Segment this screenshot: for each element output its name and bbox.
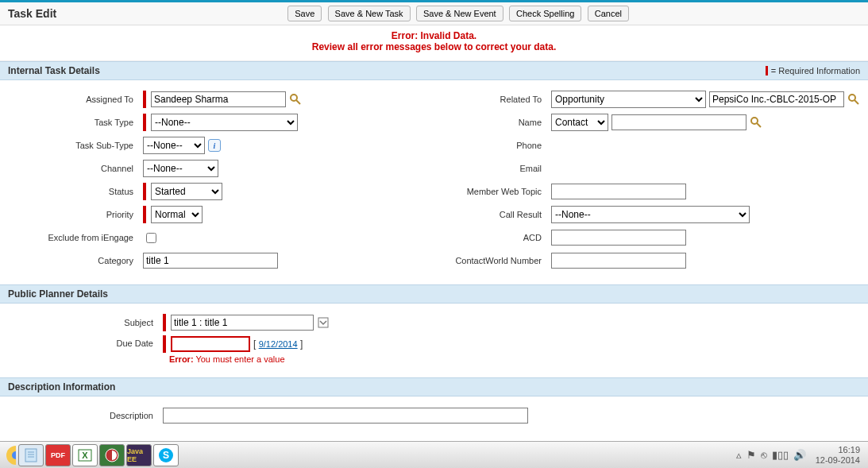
task-sub-type-select[interactable]: --None-- [143,137,205,154]
label-assigned-to: Assigned To [8,95,143,104]
related-to-input[interactable] [709,91,844,107]
tray-flag-icon[interactable]: ⚑ [746,449,756,461]
acd-input[interactable] [551,230,686,246]
description-input[interactable] [163,408,528,424]
tray-expand-icon[interactable]: ▵ [736,449,742,461]
section-title: Description Information [8,381,115,393]
svg-point-4 [751,118,758,124]
action-button-row: Save Save & New Task Save & New Event Ch… [286,6,631,21]
label-related-to: Related To [416,95,551,104]
channel-select[interactable]: --None-- [143,160,218,177]
svg-rect-6 [318,318,328,327]
status-select[interactable]: Started [151,183,222,200]
svg-rect-9 [25,449,37,462]
taskbar-chrome-icon[interactable] [4,444,17,464]
category-input[interactable] [143,253,278,269]
section-internal-task-details: Internal Task Details = Required Informa… [0,61,868,80]
info-icon[interactable]: i [208,139,221,152]
name-lookup-icon[interactable] [750,116,762,129]
save-new-event-button[interactable]: Save & New Event [416,6,503,21]
taskbar-eclipse-icon[interactable]: Java EE [126,444,152,464]
label-call-result: Call Result [416,210,551,219]
related-to-type-select[interactable]: Opportunity [551,91,706,108]
priority-select[interactable]: Normal [151,206,203,223]
label-email: Email [416,164,551,173]
error-banner-line1: Error: Invalid Data. [0,30,868,41]
label-task-sub-type: Task Sub-Type [8,141,143,150]
label-category: Category [8,256,143,265]
label-exclude-iengage: Exclude from iEngage [8,233,143,242]
label-channel: Channel [8,164,143,173]
label-due-date: Due Date [8,335,163,348]
label-phone: Phone [416,141,551,150]
label-name: Name [416,118,551,127]
exclude-iengage-checkbox[interactable] [146,233,156,243]
due-date-quick-link-wrap: [ 9/12/2014 ] [253,338,303,350]
assigned-to-lookup-icon[interactable] [289,93,302,106]
svg-line-5 [757,123,761,127]
label-task-type: Task Type [8,118,143,127]
cancel-button[interactable]: Cancel [588,6,629,21]
taskbar-notepad-icon[interactable] [18,444,44,464]
page-title: Task Edit [8,7,56,20]
tray-power-icon[interactable]: ⎋ [761,449,767,461]
name-input[interactable] [611,114,746,130]
tray-clock[interactable]: 16:19 12-09-2014 [811,445,865,463]
system-tray: ▵ ⚑ ⎋ ▮▯▯ 🔊 16:19 12-09-2014 [736,445,865,463]
taskbar-app-icon[interactable] [99,444,125,464]
taskbar-excel-icon[interactable]: X [72,444,98,464]
save-new-task-button[interactable]: Save & New Task [328,6,411,21]
save-button[interactable]: Save [287,6,322,21]
tray-volume-icon[interactable]: 🔊 [793,449,806,461]
contactworld-input[interactable] [551,253,686,269]
required-info-legend: = Required Information [766,66,860,75]
svg-point-0 [291,95,297,101]
label-member-web-topic: Member Web Topic [416,187,551,196]
required-indicator [143,183,146,200]
related-to-lookup-icon[interactable] [847,93,860,106]
svg-text:S: S [163,450,169,461]
required-indicator [143,91,146,108]
svg-line-3 [854,100,858,104]
section-title: Public Planner Details [8,288,108,300]
check-spelling-button[interactable]: Check Spelling [509,6,581,21]
label-priority: Priority [8,210,143,219]
label-description: Description [8,411,163,420]
required-indicator [163,314,166,331]
section-public-planner: Public Planner Details [0,284,868,304]
label-contactworld: ContactWorld Number [416,256,551,265]
name-type-select[interactable]: Contact [551,114,608,131]
member-web-topic-input[interactable] [551,184,686,199]
taskbar-skype-icon[interactable]: S [153,444,179,464]
assigned-to-input[interactable] [151,91,286,107]
windows-taskbar: PDF X Java EE S ▵ ⚑ ⎋ ▮▯▯ 🔊 16:19 12-09-… [0,441,868,463]
svg-line-1 [296,100,300,104]
task-type-select[interactable]: --None-- [151,114,298,131]
section-description-info: Description Information [0,377,868,396]
taskbar-pdf-icon[interactable]: PDF [45,444,71,464]
call-result-select[interactable]: --None-- [551,206,750,223]
label-status: Status [8,187,143,196]
required-indicator [143,206,146,223]
subject-input[interactable] [171,315,314,331]
required-indicator [163,335,166,353]
svg-text:X: X [82,451,88,460]
due-date-input[interactable] [171,336,250,352]
subject-combo-icon[interactable] [317,316,330,329]
section-title: Internal Task Details [8,65,100,76]
svg-point-2 [849,95,855,101]
label-acd: ACD [416,233,551,242]
required-indicator [143,114,146,131]
due-date-error: Error: You must enter a value [169,354,303,364]
error-banner-line2: Review all error messages below to corre… [0,41,868,52]
error-banner: Error: Invalid Data. Review all error me… [0,25,868,61]
due-date-quick-link[interactable]: 9/12/2014 [259,339,298,349]
label-subject: Subject [8,318,163,327]
tray-network-icon[interactable]: ▮▯▯ [772,449,789,461]
